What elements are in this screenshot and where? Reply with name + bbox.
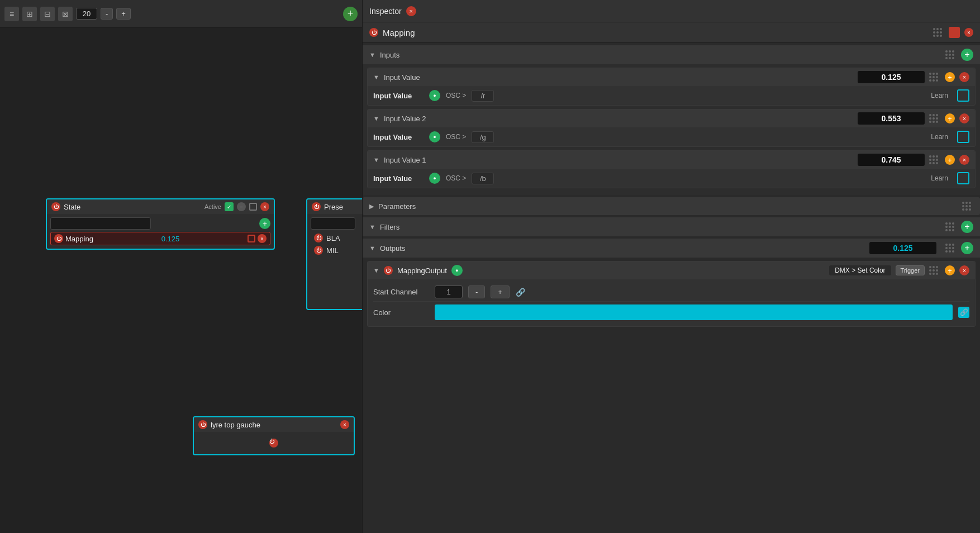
input-value-2-header: ▼ Input Value 2 0.553 + × bbox=[368, 110, 975, 127]
zoom-plus-button[interactable]: + bbox=[116, 8, 131, 20]
mapping-header-close[interactable]: × bbox=[964, 28, 973, 37]
canvas-area: ⏻ State Active ✓ − × + ⏻ Mapping 0.125 bbox=[0, 28, 362, 533]
iv1-add[interactable]: + bbox=[945, 72, 955, 82]
iv3-drag[interactable] bbox=[929, 155, 938, 164]
outputs-drag[interactable] bbox=[945, 244, 954, 253]
preset-bla-power[interactable]: ⏻ bbox=[314, 234, 323, 242]
iv2-learn-button[interactable] bbox=[957, 131, 969, 143]
mo-title: MappingOutput bbox=[397, 266, 447, 275]
mo-drag[interactable] bbox=[929, 266, 938, 275]
parameters-section[interactable]: ▶ Parameters bbox=[363, 197, 980, 215]
mapping-header-power[interactable]: ⏻ bbox=[369, 28, 378, 37]
toolbar-icon-2[interactable]: ⊞ bbox=[22, 7, 37, 21]
state-mapping-row: ⏻ Mapping 0.125 × bbox=[50, 232, 270, 245]
iv1-learn-label: Learn bbox=[931, 92, 948, 99]
iv3-add[interactable]: + bbox=[945, 155, 955, 165]
lyre-power-button[interactable]: ⏻ bbox=[198, 420, 207, 429]
power-icon: ⏻ bbox=[54, 204, 59, 210]
mo-trigger-button[interactable]: Trigger bbox=[896, 265, 925, 275]
mo-remove[interactable]: × bbox=[959, 265, 969, 275]
filters-add-button[interactable]: + bbox=[961, 221, 973, 233]
inputs-section-body: ▼ Input Value 0.125 + × Input Value ● OS… bbox=[363, 64, 980, 195]
inputs-add-button[interactable]: + bbox=[961, 49, 973, 61]
start-channel-minus[interactable]: - bbox=[468, 285, 485, 298]
iv2-drag[interactable] bbox=[929, 114, 938, 123]
state-square-button[interactable] bbox=[249, 203, 257, 211]
inputs-chevron: ▼ bbox=[369, 51, 375, 58]
state-minus-button[interactable]: − bbox=[237, 202, 246, 211]
start-channel-plus[interactable]: + bbox=[491, 285, 510, 298]
state-add-button[interactable]: + bbox=[259, 218, 270, 229]
outputs-add-button[interactable]: + bbox=[961, 242, 973, 254]
outputs-section-header[interactable]: ▼ Outputs 0.125 + bbox=[363, 239, 980, 258]
lyre-node-title: lyre top gauche bbox=[211, 421, 337, 429]
iv2-chevron: ▼ bbox=[373, 115, 379, 122]
iv1-remove[interactable]: × bbox=[959, 72, 969, 82]
iv3-channel: /b bbox=[472, 173, 494, 184]
color-link-icon[interactable]: 🔗 bbox=[958, 307, 969, 318]
toolbar-icon-1[interactable]: ≡ bbox=[4, 7, 19, 21]
zoom-minus-button[interactable]: - bbox=[101, 8, 113, 20]
mapping-square[interactable] bbox=[248, 235, 255, 242]
mapping-square-button[interactable] bbox=[949, 27, 960, 38]
mo-power[interactable]: ⏻ bbox=[384, 266, 393, 275]
iv3-protocol: OSC > bbox=[446, 174, 466, 182]
iv2-channel: /g bbox=[472, 131, 494, 143]
iv1-channel: /r bbox=[472, 90, 494, 102]
mapping-output-block: ▼ ⏻ MappingOutput ● DMX > Set Color Trig… bbox=[367, 261, 976, 327]
lyre-close-button[interactable]: × bbox=[340, 420, 349, 429]
preset-mil-power[interactable]: ⏻ bbox=[314, 246, 323, 255]
filters-drag[interactable] bbox=[945, 222, 954, 231]
preset-power-button[interactable]: ⏻ bbox=[312, 202, 321, 211]
toolbar-icon-4[interactable]: ⊠ bbox=[58, 7, 73, 21]
mo-add[interactable]: + bbox=[945, 265, 955, 275]
iv1-protocol: OSC > bbox=[446, 92, 466, 99]
iv3-title: Input Value 1 bbox=[384, 156, 853, 164]
inputs-section: ▼ Inputs + ▼ Input Value 0.125 + × bbox=[363, 45, 980, 195]
iv2-body: Input Value ● OSC > /g Learn bbox=[368, 127, 975, 146]
inputs-drag-handle[interactable] bbox=[945, 50, 954, 59]
parameters-drag[interactable] bbox=[962, 202, 971, 211]
iv2-remove[interactable]: × bbox=[959, 113, 969, 123]
start-channel-input[interactable]: 1 bbox=[435, 285, 463, 298]
mapping-section-title: Mapping bbox=[383, 28, 929, 37]
iv1-learn-button[interactable] bbox=[957, 89, 969, 102]
mapping-output-header: ▼ ⏻ MappingOutput ● DMX > Set Color Trig… bbox=[368, 261, 975, 279]
add-button[interactable]: + bbox=[343, 7, 358, 21]
iv3-remove[interactable]: × bbox=[959, 155, 969, 165]
start-channel-link-icon[interactable]: 🔗 bbox=[515, 287, 526, 298]
zoom-input[interactable]: 20 bbox=[76, 8, 97, 20]
start-channel-row: Start Channel 1 - + 🔗 bbox=[373, 283, 969, 302]
inspector-panel: Inspector × ⏻ Mapping × ▼ Inputs + bbox=[362, 0, 980, 533]
iv2-active-dot: ● bbox=[429, 131, 440, 142]
iv3-chevron: ▼ bbox=[373, 156, 379, 163]
lyre-node-header: ⏻ lyre top gauche × bbox=[194, 417, 354, 432]
state-power-button[interactable]: ⏻ bbox=[51, 202, 60, 211]
filters-section-header[interactable]: ▼ Filters + bbox=[363, 217, 980, 236]
input-value-3-header: ▼ Input Value 1 0.745 + × bbox=[368, 151, 975, 169]
inputs-section-title: Inputs bbox=[380, 51, 941, 59]
iv3-learn-button[interactable] bbox=[957, 172, 969, 184]
mapping-drag-handle[interactable] bbox=[933, 28, 942, 37]
lyre-body-power[interactable]: ⏻ bbox=[269, 439, 278, 448]
preset-text-input[interactable] bbox=[311, 217, 355, 230]
state-node: ⏻ State Active ✓ − × + ⏻ Mapping 0.125 bbox=[46, 198, 275, 250]
inspector-close-button[interactable]: × bbox=[406, 6, 416, 16]
mapping-section-header: ⏻ Mapping × bbox=[363, 22, 980, 43]
state-close-button[interactable]: × bbox=[260, 202, 269, 211]
iv2-title: Input Value 2 bbox=[384, 115, 853, 123]
inspector-tab: Inspector × bbox=[363, 0, 980, 22]
inputs-section-header[interactable]: ▼ Inputs + bbox=[363, 45, 980, 64]
toolbar-icon-3[interactable]: ⊟ bbox=[40, 7, 55, 21]
mapping-close-button[interactable]: × bbox=[258, 234, 267, 243]
mapping-power-button[interactable]: ⏻ bbox=[54, 234, 63, 243]
color-swatch[interactable] bbox=[435, 304, 953, 320]
outputs-chevron: ▼ bbox=[369, 245, 375, 251]
state-text-input[interactable] bbox=[50, 217, 151, 230]
outputs-title: Outputs bbox=[380, 244, 865, 253]
iv1-drag[interactable] bbox=[929, 73, 938, 82]
iv3-value: 0.745 bbox=[858, 154, 925, 166]
iv2-add[interactable]: + bbox=[945, 113, 955, 123]
state-active-check[interactable]: ✓ bbox=[225, 202, 234, 211]
filters-chevron: ▼ bbox=[369, 223, 375, 230]
